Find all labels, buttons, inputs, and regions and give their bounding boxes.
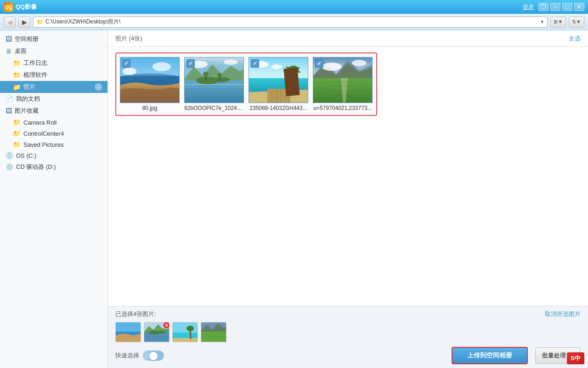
select-all-button[interactable]: 全选 <box>569 34 581 43</box>
photo-name-1: 80.jpg <box>142 105 158 111</box>
photo-thumb-wrapper-1[interactable]: ✓ <box>120 57 180 103</box>
photo-name-4: u=579704021,233773... <box>313 105 372 111</box>
address-bar[interactable]: 📁 C:\Users\XZWH\Desktop\照片\ ▼ <box>33 17 548 28</box>
sidebar-item-camera[interactable]: 📁 Camera Roll <box>0 117 107 128</box>
folder-icon: 📁 <box>36 19 43 25</box>
forward-button[interactable]: ▶ <box>18 17 30 28</box>
folder-icon: 📁 <box>13 71 21 79</box>
mini-thumb-2[interactable]: ✕ <box>144 322 170 342</box>
sidebar-item-photos[interactable]: 📁 照片 ↑ <box>0 81 107 93</box>
quick-select-toggle[interactable] <box>143 351 164 361</box>
svg-point-34 <box>322 63 342 71</box>
svg-point-3 <box>123 68 136 75</box>
photo-thumb-wrapper-2[interactable]: ✓ <box>184 57 244 103</box>
photo-checkbox-1[interactable]: ✓ <box>122 59 130 68</box>
drive-icon: 💿 <box>6 152 13 159</box>
sidebar-item-label: 图片收藏 <box>15 107 39 115</box>
photo-name-2: 92bOOOPIC7e_1024.j... <box>184 105 244 111</box>
sidebar-item-work[interactable]: 📁 工作日志 <box>0 57 107 69</box>
folder-icon: 📁 <box>13 83 21 91</box>
sidebar-item-label: 工作日志 <box>23 59 47 67</box>
content-header: 照片 (4张) 全选 <box>108 30 588 47</box>
sidebar-item-label: Camera Roll <box>23 119 57 126</box>
sidebar-item-docs[interactable]: 📄 我的文档 <box>0 93 107 105</box>
address-text: C:\Users\XZWH\Desktop\照片\ <box>45 18 538 26</box>
sidebar-item-label: 照片 <box>23 83 35 91</box>
sidebar-item-saved[interactable]: 📁 Saved Pictures <box>0 139 107 150</box>
svg-point-16 <box>224 59 237 65</box>
svg-rect-14 <box>185 87 244 87</box>
remove-icon-2: ✕ <box>163 322 170 328</box>
photo-thumb-wrapper-3[interactable]: ✓ <box>249 57 308 103</box>
titlebar: QQ QQ影像 登录 ❐ ─ □ ✕ <box>0 0 588 14</box>
sidebar-item-label: 桌面 <box>15 47 27 55</box>
mini-thumb-4[interactable] <box>201 322 226 342</box>
maximize-btn[interactable]: □ <box>562 3 572 11</box>
sidebar-item-label: 我的文档 <box>16 95 40 103</box>
content-title: 照片 (4张) <box>115 34 142 43</box>
mini-thumb-3[interactable] <box>172 322 198 342</box>
sidebar-item-album[interactable]: 🖼 空间相册 <box>0 33 107 45</box>
svg-rect-44 <box>173 338 198 342</box>
mini-thumb-1[interactable] <box>115 322 141 342</box>
sidebar-item-label: CD 驱动器 (D:) <box>16 163 56 171</box>
folder-icon: 📁 <box>13 119 21 126</box>
upload-badge: ↑ <box>95 83 102 91</box>
sidebar: 🖼 空间相册 🖥 桌面 📁 工作日志 📁 梳理软件 📁 照片 ↑ 📄 我的文档 … <box>0 30 108 368</box>
restore-btn[interactable]: ❐ <box>538 3 548 11</box>
photo-checkbox-3[interactable]: ✓ <box>251 59 259 68</box>
sidebar-item-tools[interactable]: 📁 梳理软件 <box>0 69 107 81</box>
sidebar-item-osc[interactable]: 💿 OS (C:) <box>0 150 107 161</box>
photo-checkbox-2[interactable]: ✓ <box>187 59 195 68</box>
main-layout: 🖼 空间相册 🖥 桌面 📁 工作日志 📁 梳理软件 📁 照片 ↑ 📄 我的文档 … <box>0 30 588 368</box>
svg-rect-6 <box>185 80 244 103</box>
folder-icon: 📁 <box>13 59 21 67</box>
photo-item-4[interactable]: ✓ <box>313 57 373 111</box>
svg-point-27 <box>271 64 282 69</box>
close-btn[interactable]: ✕ <box>574 3 584 11</box>
cancel-selection-button[interactable]: 取消所选图片 <box>545 310 581 318</box>
svg-point-10 <box>203 72 209 76</box>
svg-rect-43 <box>173 333 198 338</box>
batch-label: 批量处理 <box>542 351 566 360</box>
docs-icon: 📄 <box>6 95 13 103</box>
photo-checkbox-4[interactable]: ✓ <box>315 59 323 68</box>
photo-item-2[interactable]: ✓ <box>184 57 244 111</box>
address-dropdown-icon[interactable]: ▼ <box>540 19 544 24</box>
minimize-btn[interactable]: ─ <box>550 3 560 11</box>
upload-button[interactable]: 上传到空间相册 <box>452 347 528 364</box>
quick-select-label: 快速选择 <box>115 351 139 360</box>
sort-button[interactable]: ⇅▼ <box>569 17 584 28</box>
login-link[interactable]: 登录 <box>523 3 534 11</box>
sidebar-item-label: ControlCenter4 <box>23 130 64 137</box>
svg-point-46 <box>187 326 194 331</box>
svg-point-2 <box>120 74 180 87</box>
mini-remove-button-2[interactable]: ✕ <box>163 322 170 329</box>
back-button[interactable]: ◀ <box>4 17 16 28</box>
folder-icon: 📁 <box>13 141 21 148</box>
sidebar-item-desktop[interactable]: 🖥 桌面 <box>0 45 107 57</box>
svg-point-41 <box>158 331 166 334</box>
svg-rect-19 <box>267 89 290 103</box>
folder-icon: 📁 <box>13 130 21 137</box>
svg-point-4 <box>153 62 171 71</box>
sogou-watermark: S中 <box>567 352 584 364</box>
photo-grid: ✓ <box>108 47 588 306</box>
svg-rect-24 <box>291 71 295 94</box>
desktop-icon: 🖥 <box>6 47 12 55</box>
toggle-knob <box>149 352 158 360</box>
sidebar-item-label: Saved Pictures <box>23 141 63 148</box>
view-button[interactable]: ⊞▼ <box>550 17 566 28</box>
content-area: 照片 (4张) 全选 ✓ <box>108 30 588 368</box>
svg-rect-42 <box>173 322 198 334</box>
svg-rect-13 <box>185 84 244 85</box>
sidebar-item-picfav[interactable]: 🖼 图片收藏 <box>0 105 107 117</box>
sidebar-item-label: OS (C:) <box>16 152 36 159</box>
photo-thumb-wrapper-4[interactable]: ✓ <box>313 57 373 103</box>
thumbnails-row: ✕ <box>115 322 581 342</box>
photo-item-1[interactable]: ✓ <box>120 57 180 111</box>
sidebar-item-cd[interactable]: 💿 CD 驱动器 (D:) <box>0 161 107 173</box>
photo-item-3[interactable]: ✓ <box>249 57 308 111</box>
action-row: 快速选择 上传到空间相册 批量处理 ▼ <box>115 347 581 364</box>
sidebar-item-control[interactable]: 📁 ControlCenter4 <box>0 128 107 139</box>
